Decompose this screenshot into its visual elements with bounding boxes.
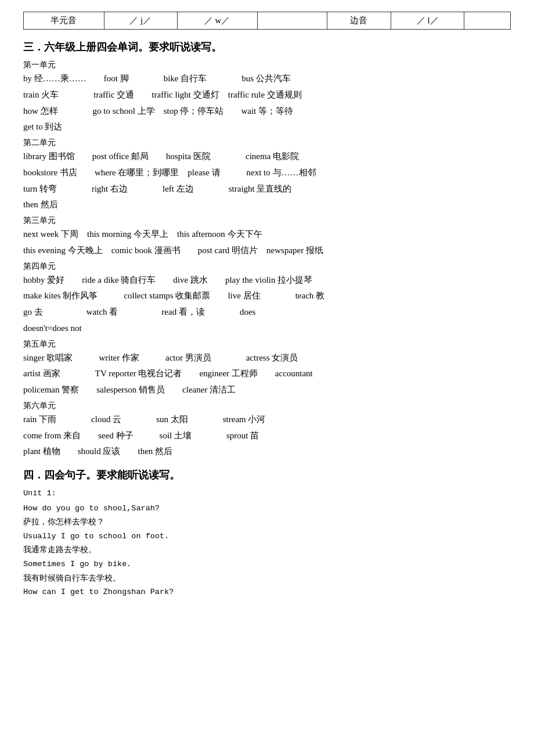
unit4-line1: hobby 爱好 ride a dike 骑自行车 dive 跳水 play t… [23,272,511,289]
unit2-line2: bookstore 书店 where 在哪里；到哪里 please 请 next… [23,165,511,181]
section4-title: 四．四会句子。要求能听说读写。 [23,468,511,482]
unit5-line2: artist 画家 TV reporter 电视台记者 engineer 工程师… [23,366,511,382]
sentence-zh-1: 萨拉，你怎样去学校？ [23,515,511,530]
sentence-en-3: Sometimes I go by bike. [23,557,511,571]
unit6-line3: plant 植物 should 应该 then 然后 [23,444,511,460]
unit2-line3: turn 转弯 right 右边 left 左边 straight 呈直线的 [23,181,511,197]
unit2-label: 第二单元 [23,138,511,148]
unit5-label: 第五单元 [23,339,511,350]
unit5-lines: singer 歌唱家 writer 作家 actor 男演员 actress 女… [23,350,511,398]
sentence-en-1: How do you go to shool,Sarah? [23,502,511,516]
unit1-line4: get to 到达 [23,119,511,135]
unit1-line2: train 火车 traffic 交通 traffic light 交通灯 tr… [23,87,511,103]
sentence-zh-2: 我通常走路去学校。 [23,543,511,557]
cell-l: ／ l／ [391,12,464,30]
cell-j: ／ j／ [104,12,177,30]
sentence-zh-3: 我有时候骑自行车去学校。 [23,571,511,586]
unit3-lines: next week 下周 this morning 今天早上 this afte… [23,226,511,259]
cell-w: ／ w／ [177,12,257,30]
section4-unit1-label: Unit 1: [23,487,511,501]
unit1-line1: by 经……乘…… foot 脚 bike 自行车 bus 公共汽车 [23,71,511,87]
unit4-lines: hobby 爱好 ride a dike 骑自行车 dive 跳水 play t… [23,272,511,337]
unit3-line2: this evening 今天晚上 comic book 漫画书 post ca… [23,243,511,259]
phonetics-table: 半元音 ／ j／ ／ w／ 边音 ／ l／ [23,12,511,30]
cell-half-vowel-label: 半元音 [24,12,104,30]
unit5-line1: singer 歌唱家 writer 作家 actor 男演员 actress 女… [23,350,511,366]
cell-empty2 [464,12,511,30]
unit2-line4: then 然后 [23,197,511,213]
unit3-label: 第三单元 [23,215,511,226]
unit3-line1: next week 下周 this morning 今天早上 this afte… [23,226,511,243]
unit4-line3: go 去 watch 看 read 看，读 does [23,304,511,321]
section4: 四．四会句子。要求能听说读写。 Unit 1: How do you go to… [23,468,511,599]
unit6-lines: rain 下雨 cloud 云 sun 太阳 stream 小河 come fr… [23,412,511,460]
unit4-line2: make kites 制作风筝 collect stamps 收集邮票 live… [23,288,511,304]
unit6-label: 第六单元 [23,401,511,411]
unit5-line3: policeman 警察 salesperson 销售员 cleaner 清洁工 [23,382,511,398]
unit6-line2: come from 来自 seed 种子 soil 土壤 sprout 苗 [23,428,511,444]
sentence-en-4: How can I get to Zhongshan Park? [23,585,511,599]
cell-empty1 [257,12,327,30]
unit6-line1: rain 下雨 cloud 云 sun 太阳 stream 小河 [23,412,511,428]
section3: 三．六年级上册四会单词。要求听说读写。 第一单元 by 经……乘…… foot … [23,40,511,460]
section4-unit1-sentences: How do you go to shool,Sarah? 萨拉，你怎样去学校？… [23,502,511,599]
unit2-line1: library 图书馆 post office 邮局 hospita 医院 ci… [23,149,511,165]
unit2-lines: library 图书馆 post office 邮局 hospita 医院 ci… [23,149,511,213]
unit4-line4: doesn't=does not [23,321,511,337]
unit1-line3: how 怎样 go to school 上学 stop 停；停车站 wait 等… [23,103,511,120]
cell-lateral-label: 边音 [327,12,391,30]
sentence-en-2: Usually I go to school on foot. [23,530,511,543]
unit1-lines: by 经……乘…… foot 脚 bike 自行车 bus 公共汽车 train… [23,71,511,135]
section3-title: 三．六年级上册四会单词。要求听说读写。 [23,40,511,54]
unit1-label: 第一单元 [23,60,511,70]
unit4-label: 第四单元 [23,261,511,272]
